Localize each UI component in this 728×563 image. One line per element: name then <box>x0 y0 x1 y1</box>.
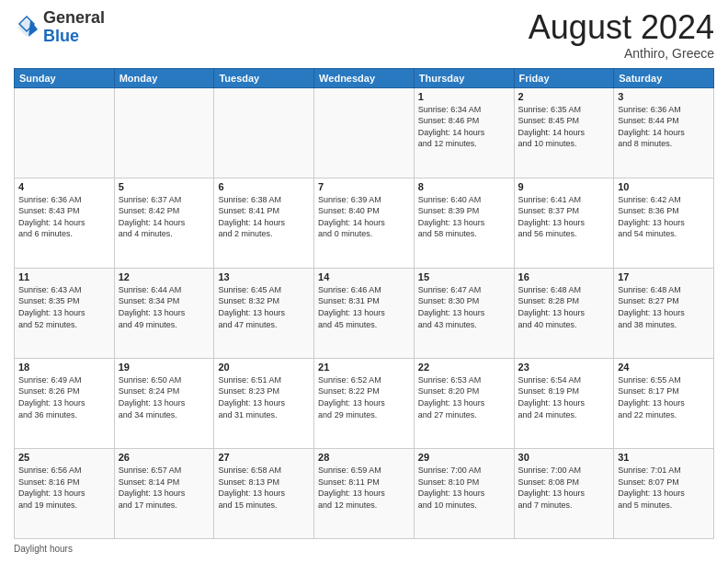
calendar-cell: 13Sunrise: 6:45 AM Sunset: 8:32 PM Dayli… <box>214 268 314 358</box>
calendar-cell: 4Sunrise: 6:36 AM Sunset: 8:43 PM Daylig… <box>15 178 115 268</box>
calendar-cell: 10Sunrise: 6:42 AM Sunset: 8:36 PM Dayli… <box>614 178 714 268</box>
daylight-label: Daylight hours <box>14 544 73 554</box>
day-info: Sunrise: 6:57 AM Sunset: 8:14 PM Dayligh… <box>119 465 210 511</box>
calendar-cell: 31Sunrise: 7:01 AM Sunset: 8:07 PM Dayli… <box>614 448 714 538</box>
day-info: Sunrise: 6:42 AM Sunset: 8:36 PM Dayligh… <box>618 194 710 240</box>
day-number: 21 <box>318 362 410 373</box>
calendar-cell <box>114 87 214 178</box>
calendar-cell: 12Sunrise: 6:44 AM Sunset: 8:34 PM Dayli… <box>114 268 214 358</box>
calendar-cell: 15Sunrise: 6:47 AM Sunset: 8:30 PM Dayli… <box>414 268 514 358</box>
day-info: Sunrise: 7:00 AM Sunset: 8:10 PM Dayligh… <box>418 465 510 511</box>
day-info: Sunrise: 6:45 AM Sunset: 8:32 PM Dayligh… <box>218 284 310 330</box>
calendar-week-row: 1Sunrise: 6:34 AM Sunset: 8:46 PM Daylig… <box>15 87 714 178</box>
calendar-cell <box>314 87 415 178</box>
day-info: Sunrise: 6:35 AM Sunset: 8:45 PM Dayligh… <box>518 104 610 150</box>
calendar-cell: 16Sunrise: 6:48 AM Sunset: 8:28 PM Dayli… <box>514 268 614 358</box>
day-info: Sunrise: 6:41 AM Sunset: 8:37 PM Dayligh… <box>518 194 610 240</box>
logo-general-text: General <box>43 8 105 27</box>
day-number: 4 <box>18 181 110 192</box>
day-info: Sunrise: 6:37 AM Sunset: 8:42 PM Dayligh… <box>119 194 210 240</box>
day-number: 18 <box>18 362 110 373</box>
day-info: Sunrise: 6:47 AM Sunset: 8:30 PM Dayligh… <box>418 284 510 330</box>
day-number: 22 <box>418 362 510 373</box>
page: General Blue August 2024 Anthiro, Greece… <box>0 0 728 563</box>
calendar-cell: 9Sunrise: 6:41 AM Sunset: 8:37 PM Daylig… <box>514 178 614 268</box>
day-info: Sunrise: 6:40 AM Sunset: 8:39 PM Dayligh… <box>418 194 510 240</box>
calendar-cell <box>15 87 115 178</box>
calendar-cell: 2Sunrise: 6:35 AM Sunset: 8:45 PM Daylig… <box>514 87 614 178</box>
day-number: 31 <box>618 452 710 463</box>
title-block: August 2024 Anthiro, Greece <box>529 9 714 61</box>
day-info: Sunrise: 6:53 AM Sunset: 8:20 PM Dayligh… <box>418 374 510 420</box>
day-info: Sunrise: 6:55 AM Sunset: 8:17 PM Dayligh… <box>618 374 710 420</box>
calendar-cell: 24Sunrise: 6:55 AM Sunset: 8:17 PM Dayli… <box>614 358 714 448</box>
day-info: Sunrise: 6:36 AM Sunset: 8:44 PM Dayligh… <box>618 104 710 150</box>
weekday-header-row: SundayMondayTuesdayWednesdayThursdayFrid… <box>15 68 714 87</box>
calendar-cell: 23Sunrise: 6:54 AM Sunset: 8:19 PM Dayli… <box>514 358 614 448</box>
day-number: 5 <box>119 181 210 192</box>
day-number: 11 <box>18 271 110 282</box>
calendar-cell <box>214 87 314 178</box>
weekday-header-friday: Friday <box>514 68 614 87</box>
calendar-cell: 25Sunrise: 6:56 AM Sunset: 8:16 PM Dayli… <box>15 448 115 538</box>
calendar-cell: 14Sunrise: 6:46 AM Sunset: 8:31 PM Dayli… <box>314 268 415 358</box>
calendar-cell: 11Sunrise: 6:43 AM Sunset: 8:35 PM Dayli… <box>15 268 115 358</box>
day-info: Sunrise: 6:36 AM Sunset: 8:43 PM Dayligh… <box>18 194 110 240</box>
weekday-header-monday: Monday <box>114 68 214 87</box>
calendar-cell: 7Sunrise: 6:39 AM Sunset: 8:40 PM Daylig… <box>314 178 415 268</box>
month-year-title: August 2024 <box>529 9 714 46</box>
day-number: 26 <box>119 452 210 463</box>
day-number: 13 <box>218 271 310 282</box>
calendar-week-row: 18Sunrise: 6:49 AM Sunset: 8:26 PM Dayli… <box>15 358 714 448</box>
day-info: Sunrise: 6:56 AM Sunset: 8:16 PM Dayligh… <box>18 465 110 511</box>
weekday-header-saturday: Saturday <box>614 68 714 87</box>
day-info: Sunrise: 6:49 AM Sunset: 8:26 PM Dayligh… <box>18 374 110 420</box>
day-number: 20 <box>218 362 310 373</box>
day-number: 12 <box>119 271 210 282</box>
calendar-cell: 26Sunrise: 6:57 AM Sunset: 8:14 PM Dayli… <box>114 448 214 538</box>
footer: Daylight hours <box>14 544 714 554</box>
day-number: 9 <box>518 181 610 192</box>
calendar-cell: 19Sunrise: 6:50 AM Sunset: 8:24 PM Dayli… <box>114 358 214 448</box>
day-info: Sunrise: 6:39 AM Sunset: 8:40 PM Dayligh… <box>318 194 410 240</box>
day-number: 14 <box>318 271 410 282</box>
day-number: 29 <box>418 452 510 463</box>
calendar-week-row: 4Sunrise: 6:36 AM Sunset: 8:43 PM Daylig… <box>15 178 714 268</box>
day-info: Sunrise: 6:44 AM Sunset: 8:34 PM Dayligh… <box>119 284 210 330</box>
day-info: Sunrise: 6:38 AM Sunset: 8:41 PM Dayligh… <box>218 194 310 240</box>
weekday-header-tuesday: Tuesday <box>214 68 314 87</box>
day-info: Sunrise: 6:59 AM Sunset: 8:11 PM Dayligh… <box>318 465 410 511</box>
calendar-cell: 8Sunrise: 6:40 AM Sunset: 8:39 PM Daylig… <box>414 178 514 268</box>
day-number: 28 <box>318 452 410 463</box>
calendar-cell: 30Sunrise: 7:00 AM Sunset: 8:08 PM Dayli… <box>514 448 614 538</box>
calendar-cell: 27Sunrise: 6:58 AM Sunset: 8:13 PM Dayli… <box>214 448 314 538</box>
calendar-cell: 28Sunrise: 6:59 AM Sunset: 8:11 PM Dayli… <box>314 448 415 538</box>
header: General Blue August 2024 Anthiro, Greece <box>14 9 714 61</box>
day-info: Sunrise: 6:34 AM Sunset: 8:46 PM Dayligh… <box>418 104 510 150</box>
generalblue-logo-icon <box>14 15 40 40</box>
day-info: Sunrise: 6:46 AM Sunset: 8:31 PM Dayligh… <box>318 284 410 330</box>
day-number: 24 <box>618 362 710 373</box>
day-info: Sunrise: 6:52 AM Sunset: 8:22 PM Dayligh… <box>318 374 410 420</box>
weekday-header-sunday: Sunday <box>15 68 115 87</box>
day-info: Sunrise: 6:48 AM Sunset: 8:27 PM Dayligh… <box>618 284 710 330</box>
location-subtitle: Anthiro, Greece <box>529 46 714 61</box>
day-number: 8 <box>418 181 510 192</box>
calendar-week-row: 25Sunrise: 6:56 AM Sunset: 8:16 PM Dayli… <box>15 448 714 538</box>
day-info: Sunrise: 6:48 AM Sunset: 8:28 PM Dayligh… <box>518 284 610 330</box>
day-number: 30 <box>518 452 610 463</box>
day-number: 6 <box>218 181 310 192</box>
calendar-cell: 1Sunrise: 6:34 AM Sunset: 8:46 PM Daylig… <box>414 87 514 178</box>
day-number: 3 <box>618 91 710 102</box>
calendar-week-row: 11Sunrise: 6:43 AM Sunset: 8:35 PM Dayli… <box>15 268 714 358</box>
weekday-header-thursday: Thursday <box>414 68 514 87</box>
calendar-cell: 22Sunrise: 6:53 AM Sunset: 8:20 PM Dayli… <box>414 358 514 448</box>
calendar-cell: 3Sunrise: 6:36 AM Sunset: 8:44 PM Daylig… <box>614 87 714 178</box>
day-number: 2 <box>518 91 610 102</box>
day-number: 15 <box>418 271 510 282</box>
day-number: 10 <box>618 181 710 192</box>
day-number: 16 <box>518 271 610 282</box>
calendar-cell: 5Sunrise: 6:37 AM Sunset: 8:42 PM Daylig… <box>114 178 214 268</box>
calendar-cell: 6Sunrise: 6:38 AM Sunset: 8:41 PM Daylig… <box>214 178 314 268</box>
logo-blue-text: Blue <box>43 27 79 45</box>
